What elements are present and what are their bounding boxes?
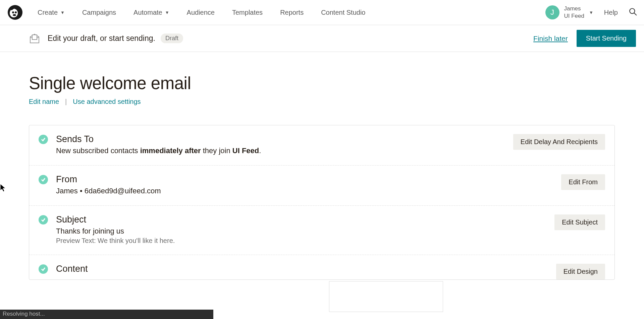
from-section: From James • 6da6ed9d@uifeed.com Edit Fr… [29,165,614,205]
mailchimp-logo[interactable] [7,4,23,21]
nav-automate[interactable]: Automate▼ [133,9,169,16]
edit-subject-button[interactable]: Edit Subject [554,214,605,230]
edit-from-button[interactable]: Edit From [561,174,605,190]
user-name: James [564,5,584,12]
chevron-down-icon: ▼ [589,10,593,15]
cursor-icon [0,184,6,194]
nav-content-studio[interactable]: Content Studio [321,9,365,16]
section-title: From [56,174,561,185]
finish-later-link[interactable]: Finish later [533,35,568,43]
sends-to-desc: New subscribed contacts immediately afte… [56,146,513,155]
sends-to-section: Sends To New subscribed contacts immedia… [29,125,614,165]
top-nav: Create▼ Campaigns Automate▼ Audience Tem… [0,0,644,25]
edit-design-button[interactable]: Edit Design [556,264,605,279]
draft-envelope-icon [29,33,40,44]
nav-reports[interactable]: Reports [280,9,304,16]
check-icon [39,135,48,144]
nav-templates[interactable]: Templates [232,9,263,16]
draft-title: Edit your draft, or start sending. [48,34,155,43]
content-thumbnail[interactable] [329,281,443,312]
browser-status-bar: Resolving host... [0,310,213,319]
chevron-down-icon: ▼ [60,10,65,15]
nav-create[interactable]: Create▼ [38,9,65,16]
nav-campaigns[interactable]: Campaigns [82,9,116,16]
status-badge: Draft [161,34,183,43]
check-icon [39,215,48,225]
chevron-down-icon: ▼ [165,10,169,15]
svg-line-6 [634,13,637,15]
advanced-settings-link[interactable]: Use advanced settings [73,98,141,106]
user-menu[interactable]: J James UI Feed ▼ [545,5,593,20]
svg-point-2 [12,11,14,13]
nav-audience[interactable]: Audience [187,9,215,16]
svg-point-5 [630,8,635,13]
page-title: Single welcome email [29,73,636,93]
start-sending-button[interactable]: Start Sending [577,30,636,47]
section-title: Sends To [56,134,513,144]
user-account: UI Feed [564,12,584,20]
edit-delay-recipients-button[interactable]: Edit Delay And Recipients [513,134,605,150]
avatar: J [545,5,559,19]
check-icon [39,264,48,274]
svg-rect-7 [32,35,37,40]
subject-section: Subject Thanks for joining us Preview Te… [29,205,614,255]
svg-point-4 [13,14,16,16]
svg-point-3 [15,11,17,13]
user-text: James UI Feed [564,5,584,20]
title-links: Edit name | Use advanced settings [29,98,636,106]
subject-desc: Thanks for joining us [56,227,554,236]
subject-preview: Preview Text: We think you'll like it he… [56,237,554,245]
section-title: Subject [56,214,554,225]
action-bar: Edit your draft, or start sending. Draft… [0,25,644,52]
nav-right: J James UI Feed ▼ Help [545,5,638,20]
section-title: Content [56,264,556,274]
check-icon [39,175,48,184]
from-desc: James • 6da6ed9d@uifeed.com [56,187,561,195]
content-section: Content Edit Design [29,255,614,279]
help-link[interactable]: Help [604,9,618,16]
separator: | [65,98,67,106]
automation-panel: Sends To New subscribed contacts immedia… [29,125,615,280]
main-content: Single welcome email Edit name | Use adv… [0,52,644,280]
nav-items: Create▼ Campaigns Automate▼ Audience Tem… [38,9,365,16]
edit-name-link[interactable]: Edit name [29,98,59,106]
search-icon[interactable] [629,7,637,17]
